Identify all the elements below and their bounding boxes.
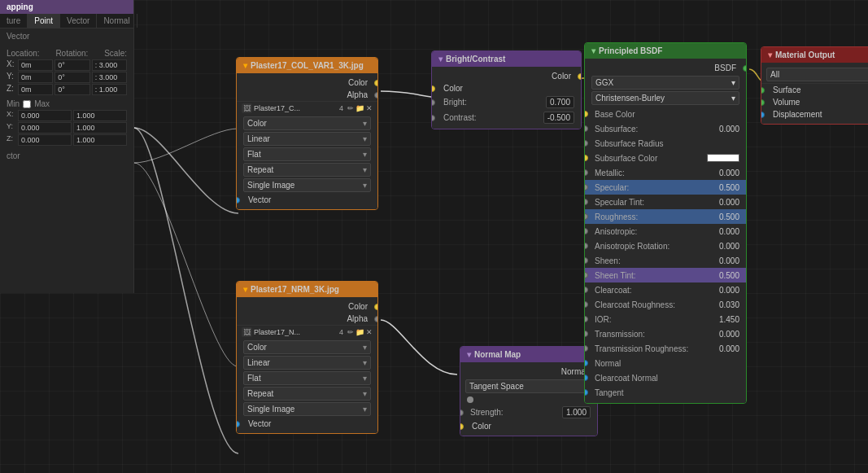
bsdf-roughness-socket[interactable] — [584, 213, 588, 220]
scale-x-value[interactable]: : 3.000 — [92, 59, 127, 71]
rot-y-value[interactable]: 0° — [55, 72, 89, 83]
output-displacement-socket[interactable] — [761, 112, 765, 118]
tab-texture[interactable]: ture — [0, 14, 28, 28]
normalmap-tangentspace[interactable]: Tangent Space — [465, 379, 592, 393]
bsdf-clearcoat-rough-val[interactable]: 0.030 — [719, 300, 739, 309]
nrm-vector-socket-in[interactable] — [236, 421, 240, 427]
bsdf-subsurface-color-socket[interactable] — [584, 155, 588, 161]
nrm-extension[interactable]: Repeat — [243, 387, 371, 401]
tab-point[interactable]: Point — [28, 14, 60, 28]
col-edit-icon[interactable]: ✏ — [347, 104, 354, 112]
loc-y-value[interactable]: 0m — [18, 72, 53, 83]
bright-value-socket-in[interactable] — [431, 99, 435, 106]
nrm-close-icon[interactable]: ✕ — [366, 328, 373, 336]
bsdf-subsurface-method[interactable]: Christensen-Burley ▾ — [591, 91, 739, 105]
nrm-color-socket-out[interactable] — [374, 304, 378, 310]
location-header: Location: Rotation: Scale: X: 0m 0° : 3.… — [0, 47, 133, 98]
tab-normal[interactable]: Normal — [97, 14, 137, 28]
bsdf-base-color-socket[interactable] — [584, 111, 588, 117]
rot-z-value[interactable]: 0° — [55, 84, 89, 95]
bsdf-trans-rough-val[interactable]: 0.000 — [719, 344, 739, 353]
bright-color-socket-out[interactable] — [578, 73, 582, 80]
bsdf-subsurface-socket[interactable] — [584, 125, 588, 132]
bsdf-socket-out[interactable] — [743, 65, 747, 72]
bright-value[interactable]: 0.700 — [546, 96, 574, 108]
nrm-alpha-socket-out[interactable] — [374, 316, 378, 322]
contrast-socket-in[interactable] — [431, 115, 435, 121]
bsdf-specular-tint-socket[interactable] — [584, 199, 588, 205]
bsdf-sheen-socket[interactable] — [584, 257, 588, 264]
col-color-mode[interactable]: Color — [243, 116, 371, 130]
bsdf-transmission-val[interactable]: 0.000 — [719, 330, 739, 339]
output-select[interactable]: All — [766, 68, 868, 81]
x-max-val[interactable]: 1.000 — [73, 110, 127, 121]
bsdf-distribution[interactable]: GGX ▾ — [591, 76, 739, 90]
bsdf-anisotropic-socket[interactable] — [584, 228, 588, 234]
nrm-source[interactable]: Single Image — [243, 402, 371, 416]
x-min-val[interactable]: 0.000 — [18, 110, 72, 121]
bsdf-anisotropic-rot-socket[interactable] — [584, 243, 588, 249]
bsdf-clearcoat-socket[interactable] — [584, 287, 588, 293]
nrm-browse-icon[interactable]: 📁 — [355, 328, 364, 336]
bsdf-ior-socket[interactable] — [584, 316, 588, 322]
bsdf-subsurface-radius-socket[interactable] — [584, 140, 588, 147]
bsdf-specular-tint-val[interactable]: 0.000 — [719, 198, 739, 207]
bsdf-tangent-socket[interactable] — [584, 389, 588, 396]
tab-vector[interactable]: Vector — [60, 14, 97, 28]
bsdf-roughness-val[interactable]: 0.500 — [719, 212, 739, 221]
bsdf-specular-socket[interactable] — [584, 184, 588, 191]
location-label: Location: — [7, 49, 40, 58]
bsdf-metallic-socket[interactable] — [584, 169, 588, 176]
normalmap-strength-socket[interactable] — [460, 409, 464, 416]
output-surface-socket[interactable] — [761, 87, 765, 94]
bsdf-trans-rough-socket[interactable] — [584, 345, 588, 352]
col-close-icon[interactable]: ✕ — [366, 104, 373, 112]
scale-z-value[interactable]: : 1.000 — [92, 84, 127, 95]
nrm-interpolation[interactable]: Linear — [243, 356, 371, 370]
scale-y-value[interactable]: : 3.000 — [92, 72, 127, 83]
normalmap-strength-value[interactable]: 1.000 — [562, 406, 591, 418]
bsdf-subsurface-row: Subsurface: 0.000 — [585, 121, 746, 136]
nrm-color-mode[interactable]: Color — [243, 340, 371, 354]
nrm-edit-icon[interactable]: ✏ — [347, 328, 354, 336]
contrast-value[interactable]: -0.500 — [543, 112, 574, 124]
normalmap-color-socket-in[interactable] — [460, 423, 464, 430]
bsdf-subsurface-val[interactable]: 0.000 — [719, 125, 739, 134]
rot-x-value[interactable]: 0° — [55, 59, 89, 71]
col-browse-icon[interactable]: 📁 — [355, 104, 364, 112]
bsdf-metallic-val[interactable]: 0.000 — [719, 169, 739, 177]
bsdf-sheen-val[interactable]: 0.000 — [719, 256, 739, 265]
bright-color-socket-in[interactable] — [431, 85, 435, 92]
col-color-socket-out[interactable] — [374, 80, 378, 86]
bsdf-ior-row: IOR: 1.450 — [585, 312, 746, 326]
output-volume-socket[interactable] — [761, 99, 765, 106]
nrm-number: 4 — [337, 327, 346, 337]
z-min-val[interactable]: 0.000 — [18, 134, 72, 146]
bsdf-sheen-tint-socket[interactable] — [584, 272, 588, 278]
bsdf-clearcoat-rough-socket[interactable] — [584, 301, 588, 308]
min-checkbox[interactable] — [23, 100, 31, 108]
bsdf-clearcoat-val[interactable]: 0.000 — [719, 286, 739, 295]
col-interpolation[interactable]: Linear — [243, 132, 371, 146]
bsdf-transmission-socket[interactable] — [584, 331, 588, 337]
nrm-projection[interactable]: Flat — [243, 371, 371, 385]
bsdf-ior-val[interactable]: 1.450 — [719, 315, 739, 324]
bsdf-transmission-row: Transmission: 0.000 — [585, 326, 746, 341]
col-source[interactable]: Single Image — [243, 178, 371, 192]
y-max-val[interactable]: 1.000 — [73, 122, 127, 134]
loc-x-value[interactable]: 0m — [18, 59, 53, 71]
y-min-val[interactable]: 0.000 — [18, 122, 72, 134]
bsdf-specular-val[interactable]: 0.500 — [719, 183, 739, 192]
col-alpha-socket-out[interactable] — [374, 92, 378, 99]
bsdf-normal-socket[interactable] — [584, 360, 588, 366]
col-vector-socket-in[interactable] — [236, 197, 240, 204]
bsdf-clearcoat-normal-socket[interactable] — [584, 374, 588, 381]
col-extension[interactable]: Repeat — [243, 163, 371, 177]
bsdf-clearcoat-row: Clearcoat: 0.000 — [585, 282, 746, 297]
loc-z-value[interactable]: 0m — [18, 84, 53, 95]
bsdf-anisotropic-rot-val[interactable]: 0.000 — [719, 242, 739, 251]
col-projection[interactable]: Flat — [243, 147, 371, 161]
bsdf-sheen-tint-val[interactable]: 0.500 — [719, 271, 739, 280]
z-max-val[interactable]: 1.000 — [73, 134, 127, 146]
bsdf-anisotropic-val[interactable]: 0.000 — [719, 227, 739, 236]
